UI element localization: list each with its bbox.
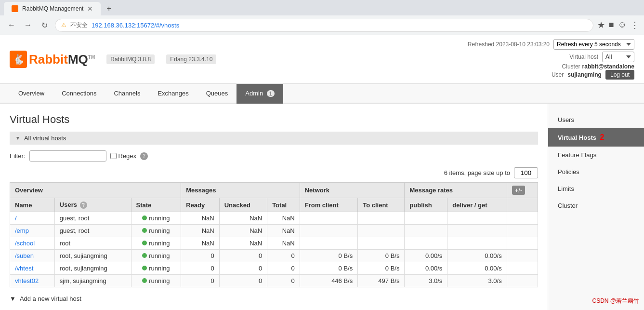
- refresh-select[interactable]: Refresh every 5 seconds Refresh every 10…: [553, 39, 634, 50]
- security-warning-text: 不安全: [70, 21, 88, 29]
- add-form-toggle[interactable]: ▼ Add a new virtual host: [10, 295, 538, 302]
- filter-row: Filter: Regex ?: [10, 150, 538, 162]
- extensions-icon[interactable]: ■: [609, 20, 614, 30]
- cell-name[interactable]: /emp: [10, 225, 55, 237]
- nav-item-overview[interactable]: Overview: [10, 84, 53, 104]
- header-right: Refreshed 2023-08-10 23:03:20 Refresh ev…: [468, 39, 634, 80]
- cell-total: 0: [267, 250, 300, 262]
- cell-to-client: 497 B/s: [358, 275, 405, 287]
- cell-actions: [507, 212, 538, 225]
- table-row: vhtest02sjm, sujiangmingrunning000446 B/…: [10, 275, 538, 287]
- cell-unacked: 0: [219, 250, 267, 262]
- sidebar-item-virtual-hosts[interactable]: Virtual Hosts 2: [548, 128, 644, 147]
- cell-name[interactable]: vhtest02: [10, 275, 55, 287]
- cell-to-client: 0 B/s: [358, 262, 405, 275]
- nav-item-admin[interactable]: Admin 1: [237, 84, 283, 104]
- nav-item-queues[interactable]: Queues: [197, 84, 237, 104]
- table-row: /vhtestroot, sujiangmingrunning0000 B/s0…: [10, 262, 538, 275]
- cell-from-client: [300, 237, 357, 250]
- content-area: Virtual Hosts ▼ All virtual hosts Filter…: [0, 104, 548, 310]
- cell-name[interactable]: /school: [10, 237, 55, 250]
- cell-users: guest, root: [54, 225, 131, 237]
- nav-item-exchanges[interactable]: Exchanges: [149, 84, 197, 104]
- filter-input[interactable]: [29, 150, 106, 162]
- active-tab[interactable]: RabbitMQ Management ✕: [4, 2, 101, 15]
- vhost-line: Virtual host All / /emp /school: [468, 52, 634, 62]
- new-tab-button[interactable]: +: [103, 2, 115, 15]
- col-header-users: Users ?: [54, 198, 131, 212]
- cell-name[interactable]: /: [10, 212, 55, 225]
- col-header-deliver-get: deliver / get: [447, 198, 507, 212]
- cell-actions: [507, 237, 538, 250]
- address-bar[interactable]: ⚠ 不安全 192.168.36.132:15672/#/vhosts: [55, 19, 593, 32]
- nav-item-connections[interactable]: Connections: [53, 84, 105, 104]
- cell-total: NaN: [267, 237, 300, 250]
- cell-actions: [507, 250, 538, 262]
- cell-name[interactable]: /suben: [10, 250, 55, 262]
- tab-favicon: [12, 5, 18, 12]
- cell-deliver-get: [447, 237, 507, 250]
- regex-help-icon[interactable]: ?: [140, 152, 148, 160]
- cell-total: 0: [267, 275, 300, 287]
- forward-button[interactable]: →: [21, 18, 35, 32]
- cell-ready: 0: [181, 250, 219, 262]
- cell-actions: [507, 262, 538, 275]
- sidebar-item-users[interactable]: Users: [548, 111, 644, 128]
- section-header[interactable]: ▼ All virtual hosts: [10, 132, 538, 145]
- tab-close-icon[interactable]: ✕: [87, 5, 93, 13]
- col-header-publish: publish: [405, 198, 447, 212]
- sidebar-item-limits[interactable]: Limits: [548, 180, 644, 197]
- cell-state: running: [131, 237, 181, 250]
- rabbit-text-rabbit: Rabbit: [29, 52, 68, 67]
- cell-to-client: [358, 225, 405, 237]
- cell-users: root: [54, 237, 131, 250]
- rabbit-logo-text: RabbitMQTM: [29, 52, 95, 67]
- col-group-actions[interactable]: +/-: [507, 183, 538, 198]
- logout-button[interactable]: Log out: [605, 70, 634, 80]
- rabbitmq-version-badge: RabbitMQ 3.8.8: [106, 54, 155, 64]
- cell-publish: [405, 212, 447, 225]
- cell-unacked: NaN: [219, 225, 267, 237]
- cell-actions: [507, 275, 538, 287]
- app-header: 🐇 RabbitMQTM RabbitMQ 3.8.8 Erlang 23.3.…: [0, 35, 644, 84]
- regex-checkbox[interactable]: [110, 153, 117, 159]
- col-header-state: State: [131, 198, 181, 212]
- browser-toolbar-icons: ★ ■ ☺ ⋮: [597, 20, 639, 30]
- cell-unacked: 0: [219, 262, 267, 275]
- browser-toolbar: ← → ↻ ⚠ 不安全 192.168.36.132:15672/#/vhost…: [0, 15, 644, 35]
- col-header-total: Total: [267, 198, 300, 212]
- back-button[interactable]: ←: [5, 18, 18, 32]
- profile-icon[interactable]: ☺: [618, 20, 627, 30]
- sidebar-item-policies[interactable]: Policies: [548, 163, 644, 180]
- watermark: CSDN @若兰幽竹: [592, 297, 639, 305]
- cell-to-client: [358, 237, 405, 250]
- nav-controls: ← → ↻: [5, 18, 51, 32]
- annotation-2: 2: [600, 133, 605, 141]
- col-header-name: Name: [10, 198, 55, 212]
- cell-users: root, sujiangming: [54, 262, 131, 275]
- cell-publish: 0.00/s: [405, 262, 447, 275]
- sidebar-item-cluster[interactable]: Cluster: [548, 197, 644, 214]
- cluster-line: Cluster rabbit@standalone: [468, 63, 634, 70]
- menu-icon[interactable]: ⋮: [631, 20, 639, 30]
- cell-state: running: [131, 275, 181, 287]
- nav-item-channels[interactable]: Channels: [105, 84, 149, 104]
- cell-deliver-get: [447, 225, 507, 237]
- cell-name[interactable]: /vhtest: [10, 262, 55, 275]
- cell-state: running: [131, 262, 181, 275]
- rabbit-icon: 🐇: [10, 51, 27, 68]
- cell-to-client: [358, 212, 405, 225]
- page-size-input[interactable]: [514, 167, 538, 178]
- cell-deliver-get: 0.00/s: [447, 262, 507, 275]
- logo-area: 🐇 RabbitMQTM RabbitMQ 3.8.8 Erlang 23.3.…: [10, 51, 216, 68]
- cell-users: root, sujiangming: [54, 250, 131, 262]
- add-remove-button[interactable]: +/-: [512, 186, 526, 195]
- sidebar-item-feature-flags[interactable]: Feature Flags: [548, 147, 644, 163]
- users-help-icon[interactable]: ?: [80, 202, 87, 209]
- table-row: /empguest, rootrunningNaNNaNNaN: [10, 225, 538, 237]
- vhost-select[interactable]: All / /emp /school: [602, 52, 634, 62]
- bookmark-icon[interactable]: ★: [597, 20, 605, 30]
- cluster-value: rabbit@standalone: [582, 63, 634, 70]
- reload-button[interactable]: ↻: [38, 18, 51, 32]
- cell-ready: NaN: [181, 225, 219, 237]
